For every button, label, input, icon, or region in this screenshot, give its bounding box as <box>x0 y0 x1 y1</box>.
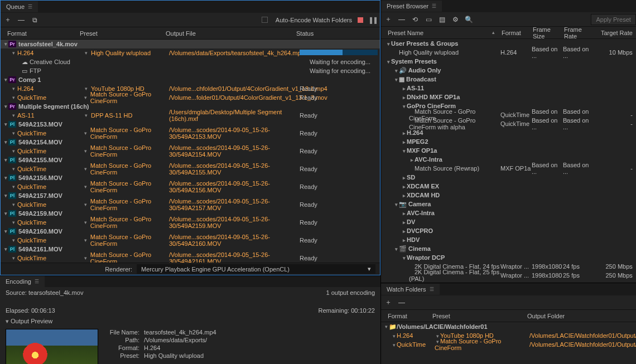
preset-row[interactable]: ▾MXF OP1a <box>381 146 636 155</box>
queue-source-row[interactable]: ▾PrComp 1 <box>1 75 380 84</box>
preset-row[interactable]: ▸DV <box>381 217 636 226</box>
preset-row[interactable]: ▸MPEG2 <box>381 137 636 146</box>
disclosure-icon[interactable]: ▸ <box>401 175 407 181</box>
output-row[interactable]: ▾QuickTime▾Match Source - GoPro CineForm… <box>1 236 380 245</box>
output-link[interactable]: /Volume...scodes/2014-09-05_15-26-30/549… <box>169 251 270 263</box>
format-link[interactable]: QuickTime <box>17 237 46 244</box>
chevron-down-icon[interactable]: ▾ <box>11 202 16 207</box>
watch-format[interactable]: H.264 <box>397 332 413 339</box>
output-row[interactable]: ▾QuickTime▾Match Source - GoPro CineForm… <box>1 254 380 263</box>
disclosure-icon[interactable]: ▾ <box>401 148 407 154</box>
disclosure-icon[interactable]: ▸ <box>401 229 407 234</box>
output-row[interactable]: ▾QuickTime▾Match Source - GoPro CineForm… <box>1 164 380 173</box>
preset-link[interactable]: DPP AS-11 HD <box>91 112 132 119</box>
hdr-woutput[interactable]: Output Folder <box>524 313 636 319</box>
queue-body[interactable]: ▾Prtearsofsteel_4k.mov▾H.264▾High Qualit… <box>1 40 380 263</box>
disclosure-icon[interactable]: ▸ <box>401 139 407 145</box>
chevron-down-icon[interactable]: ▾ <box>11 255 16 261</box>
output-row[interactable]: ▾QuickTime▾Match Source - GoPro CineForm… <box>1 182 380 191</box>
output-link[interactable]: /Volume...scodes/2014-09-05_15-26-30/549… <box>169 198 270 211</box>
output-link[interactable]: /Volume...scodes/2014-09-05_15-26-30/549… <box>169 144 270 158</box>
preset-row[interactable]: ▾🎬 Cinema <box>381 244 636 253</box>
watch-folder-row[interactable]: ▾📁 /Volumes/LACIE/Watchfolder01 <box>381 322 636 331</box>
add-watch-icon[interactable]: ＋ <box>384 299 392 307</box>
chevron-down-icon[interactable]: ▾ <box>11 148 16 154</box>
preset-row[interactable]: ▸XDCAM HD <box>381 191 636 200</box>
disclosure-icon[interactable]: ▾ <box>393 68 399 74</box>
add-source-icon[interactable]: ＋ <box>4 16 12 24</box>
disclosure-icon[interactable]: ▾ <box>3 211 8 216</box>
destination-row[interactable]: ☁Creative CloudWaiting for encoding... <box>1 57 380 66</box>
disclosure-icon[interactable]: ▾ <box>386 59 391 65</box>
hdr-wformat[interactable]: Format <box>384 313 429 319</box>
chevron-down-icon[interactable]: ▾ <box>83 148 88 154</box>
remove-watch-icon[interactable]: — <box>398 299 406 307</box>
preset-row[interactable]: Match Source - GoPro CineForm with alpha… <box>381 119 636 128</box>
preset-link[interactable]: Match Source - GoPro CineForm <box>90 127 169 140</box>
disclosure-icon[interactable]: ▾ <box>3 229 8 234</box>
list-icon[interactable]: ▤ <box>438 16 446 23</box>
format-link[interactable]: QuickTime <box>17 130 46 137</box>
panel-menu-icon[interactable]: ☰ <box>432 3 436 9</box>
renderer-select[interactable]: Mercury Playback Engine GPU Acceleration… <box>137 264 375 274</box>
disclosure-icon[interactable]: ▾ <box>393 246 399 252</box>
output-row[interactable]: ▾QuickTime▾Match Source - GoPro CineForm… <box>1 93 380 102</box>
search-icon[interactable]: 🔍 <box>465 16 473 23</box>
preset-row[interactable]: ▸HDV <box>381 235 636 244</box>
watch-preset[interactable]: Match Source - GoPro CineForm <box>435 338 501 351</box>
apply-preset-button[interactable]: Apply Preset <box>591 14 635 25</box>
watch-output[interactable]: /Volumes/LACIE/Watchfolder01/Output/ <box>529 341 636 348</box>
disclosure-icon[interactable]: ▸ <box>401 184 407 190</box>
preset-link[interactable]: Match Source - GoPro CineForm <box>90 91 169 104</box>
format-link[interactable]: QuickTime <box>17 94 46 101</box>
chevron-down-icon[interactable]: ▾ <box>83 130 88 136</box>
format-link[interactable]: QuickTime <box>17 219 46 226</box>
hdr-framerate[interactable]: Frame Rate <box>561 26 592 40</box>
disclosure-icon[interactable]: ▸ <box>401 220 407 225</box>
panel-menu-icon[interactable]: ☰ <box>28 4 32 9</box>
hdr-framesize[interactable]: Frame Size <box>529 26 561 40</box>
disclosure-icon[interactable]: ▾ <box>3 175 8 181</box>
preset-body[interactable]: ▾User Presets & GroupsHigh Quality w/upl… <box>381 39 636 283</box>
output-row[interactable]: ▾H.264▾High Quality w/upload/Volumes/dat… <box>1 48 380 57</box>
disclosure-icon[interactable]: ▸ <box>401 193 407 198</box>
disclosure-icon[interactable]: ▸ <box>401 86 407 91</box>
disclosure-icon[interactable]: ▾ <box>3 41 8 47</box>
format-link[interactable]: QuickTime <box>17 166 46 172</box>
preset-row[interactable]: ▸SD <box>381 173 636 182</box>
chevron-down-icon[interactable]: ▾ <box>391 333 397 339</box>
disclosure-icon[interactable]: ▾ <box>393 77 399 82</box>
preset-row[interactable]: ▾User Presets & Groups <box>381 39 636 48</box>
queue-source-row[interactable]: ▾Prtearsofsteel_4k.mov <box>1 40 380 48</box>
chevron-down-icon[interactable]: ▾ <box>11 86 16 91</box>
preview-header[interactable]: ▾ Output Preview <box>6 316 375 327</box>
preset-row[interactable]: ▸AS-11 <box>381 84 636 93</box>
watch-body[interactable]: ▾📁 /Volumes/LACIE/Watchfolder01▾H.264▾Yo… <box>381 322 636 364</box>
panel-menu-icon[interactable]: ☰ <box>35 279 39 284</box>
auto-encode-checkbox[interactable] <box>262 17 268 23</box>
output-row[interactable]: ▾AS-11▾DPP AS-11 HD/Users/dmglab/Desktop… <box>1 111 380 120</box>
format-link[interactable]: QuickTime <box>17 201 46 208</box>
preset-link[interactable]: Match Source - GoPro CineForm <box>90 198 169 211</box>
output-row[interactable]: ▾QuickTime▾Match Source - GoPro CineForm… <box>1 147 380 156</box>
disclosure-icon[interactable]: ▾ <box>3 246 8 252</box>
preset-row[interactable]: ▸AVC-Intra <box>381 155 636 164</box>
hdr-target[interactable]: Target Rate <box>592 30 636 36</box>
stop-icon[interactable] <box>358 17 363 23</box>
disclosure-icon[interactable]: ▸ <box>409 157 415 163</box>
chevron-down-icon[interactable]: ▾ <box>83 50 89 56</box>
hdr-wpreset[interactable]: Preset <box>429 313 524 319</box>
preset-row[interactable]: ▾Wraptor DCP <box>381 253 636 262</box>
chevron-down-icon[interactable]: ▾ <box>83 202 88 207</box>
hdr-output[interactable]: Output File <box>162 30 293 37</box>
preset-row[interactable]: High Quality w/uploadH.264Based on ...Ba… <box>381 48 636 57</box>
preset-row[interactable]: ▸AVC-Intra <box>381 208 636 217</box>
chevron-down-icon[interactable]: ▾ <box>83 113 89 118</box>
output-link[interactable]: /Volumes/data/Exports/tearsofsteel_4k_h2… <box>169 50 305 56</box>
output-row[interactable]: ▾H.264▾YouTube 1080p HD/Volume...chfolde… <box>1 84 380 93</box>
sync-icon[interactable]: ⟲ <box>411 16 419 23</box>
output-row[interactable]: ▾QuickTime▾Match Source - GoPro CineForm… <box>1 200 380 209</box>
watch-tab[interactable]: Watch Folders ☰ <box>381 284 440 295</box>
preset-row[interactable]: ▾System Presets <box>381 57 636 66</box>
preset-link[interactable]: Match Source - GoPro CineForm <box>90 162 169 176</box>
